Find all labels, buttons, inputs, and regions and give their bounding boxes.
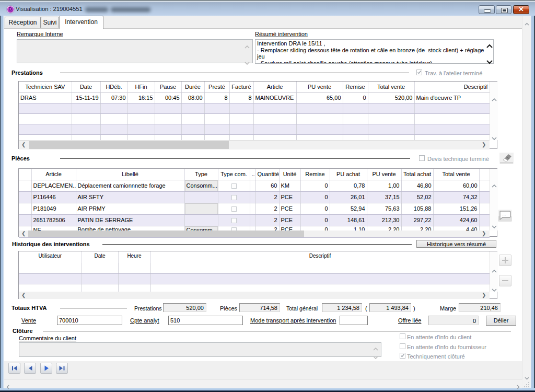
svg-text:...: ... bbox=[502, 211, 506, 216]
